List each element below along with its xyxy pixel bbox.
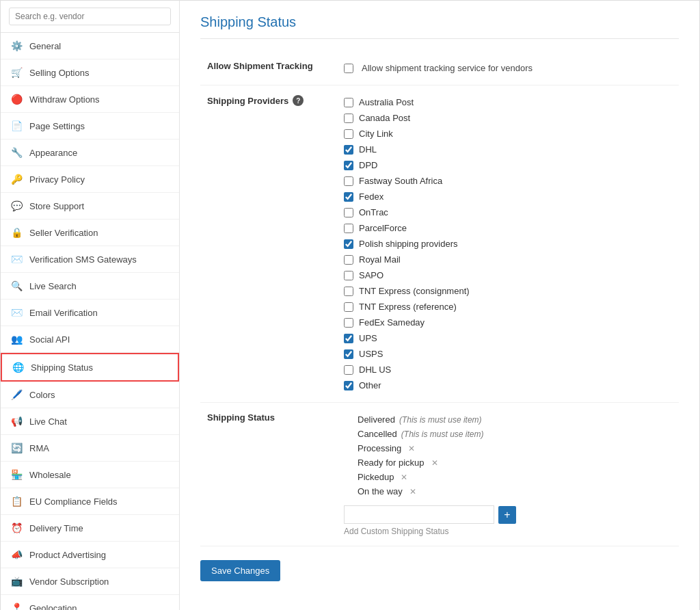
- status-list-item: Cancelled (This is must use item): [358, 427, 672, 441]
- sidebar-item-shipping-status[interactable]: 🌐 Shipping Status: [1, 353, 179, 382]
- provider-row: Fedex: [344, 189, 672, 204]
- provider-row: City Link: [344, 127, 672, 141]
- provider-name: Canada Post: [359, 113, 410, 123]
- status-list-item: Processing ✕: [358, 441, 672, 455]
- status-list-item: Pickedup ✕: [358, 470, 672, 484]
- shipping-providers-help-icon[interactable]: ?: [293, 95, 304, 106]
- settings-table: Allow Shipment Tracking Allow shipment t…: [200, 51, 679, 546]
- sidebar-item-seller-verification[interactable]: 🔒 Seller Verification: [1, 220, 179, 246]
- sidebar-item-geolocation[interactable]: 📍 Geolocation: [1, 595, 179, 610]
- sidebar-item-label: Privacy Policy: [29, 174, 85, 185]
- provider-checkbox[interactable]: [344, 239, 353, 249]
- search-icon: 🔍: [10, 280, 23, 292]
- sidebar-item-label: Email Verification: [29, 308, 98, 318]
- sidebar-item-withdraw-options[interactable]: 🔴 Withdraw Options: [1, 86, 179, 113]
- provider-checkbox[interactable]: [344, 224, 353, 233]
- provider-row: Royal Mail: [344, 252, 672, 267]
- sidebar-item-product-advertising[interactable]: 📣 Product Advertising: [1, 542, 179, 568]
- geo-icon: 📍: [10, 602, 23, 610]
- sidebar-item-label: Product Advertising: [29, 550, 106, 560]
- sidebar-item-selling-options[interactable]: 🛒 Selling Options: [1, 59, 179, 86]
- provider-name: Australia Post: [359, 97, 414, 107]
- sidebar-item-verification-sms[interactable]: ✉️ Verification SMS Gateways: [1, 246, 179, 273]
- sidebar-item-vendor-subscription[interactable]: 📺 Vendor Subscription: [1, 568, 179, 595]
- provider-checkbox[interactable]: [344, 271, 353, 280]
- provider-name: Fedex: [359, 191, 383, 202]
- sidebar-item-delivery-time[interactable]: ⏰ Delivery Time: [1, 515, 179, 542]
- provider-checkbox[interactable]: [344, 365, 353, 375]
- shipping-providers-row: Shipping Providers ? Australia Post Cana…: [200, 85, 679, 403]
- sidebar-search-input[interactable]: [9, 8, 171, 25]
- status-remove-button[interactable]: ✕: [409, 487, 416, 496]
- status-remove-button[interactable]: ✕: [431, 458, 438, 468]
- provider-checkbox[interactable]: [344, 176, 353, 186]
- provider-row: USPS: [344, 347, 672, 361]
- sidebar-item-wholesale[interactable]: 🏪 Wholesale: [1, 462, 179, 488]
- sidebar-item-page-settings[interactable]: 📄 Page Settings: [1, 113, 179, 140]
- provider-name: DHL: [359, 144, 377, 155]
- sidebar-item-colors[interactable]: 🖊️ Colors: [1, 382, 179, 408]
- status-remove-button[interactable]: ✕: [401, 473, 407, 482]
- sidebar-item-eu-compliance[interactable]: 📋 EU Compliance Fields: [1, 488, 179, 515]
- provider-checkbox[interactable]: [344, 192, 353, 202]
- sidebar-item-label: Shipping Status: [31, 362, 93, 373]
- provider-checkbox[interactable]: [344, 318, 353, 328]
- status-name: Cancelled: [358, 429, 397, 439]
- sidebar-item-label: Wholesale: [29, 470, 71, 480]
- privacy-icon: 🔑: [10, 173, 23, 185]
- provider-checkbox[interactable]: [344, 208, 353, 217]
- provider-name: Polish shipping providers: [359, 239, 458, 249]
- provider-checkbox[interactable]: [344, 255, 353, 265]
- sidebar-item-general[interactable]: ⚙️ General: [1, 33, 179, 59]
- sidebar-item-label: Page Settings: [29, 121, 85, 131]
- allow-shipment-tracking-checkbox[interactable]: [344, 64, 353, 73]
- delivery-icon: ⏰: [10, 522, 23, 534]
- status-name: On the way: [358, 486, 403, 496]
- save-changes-button[interactable]: Save Changes: [200, 560, 280, 581]
- shipping-providers-label: Shipping Providers: [207, 96, 288, 106]
- provider-checkbox[interactable]: [344, 161, 353, 170]
- providers-list: Australia Post Canada Post City Link DHL…: [344, 95, 672, 393]
- status-remove-button[interactable]: ✕: [408, 444, 415, 453]
- sidebar-item-live-search[interactable]: 🔍 Live Search: [1, 273, 179, 300]
- colors-icon: 🖊️: [10, 388, 23, 401]
- sidebar-item-store-support[interactable]: 💬 Store Support: [1, 193, 179, 220]
- provider-row: UPS: [344, 331, 672, 345]
- provider-checkbox[interactable]: [344, 145, 353, 155]
- provider-checkbox[interactable]: [344, 129, 353, 139]
- eu-icon: 📋: [10, 495, 23, 507]
- provider-checkbox[interactable]: [344, 114, 353, 123]
- provider-row: Fastway South Africa: [344, 174, 672, 188]
- sidebar-item-rma[interactable]: 🔄 RMA: [1, 435, 179, 462]
- provider-checkbox[interactable]: [344, 287, 353, 296]
- custom-status-input[interactable]: [344, 505, 494, 524]
- provider-row: TNT Express (consignment): [344, 284, 672, 298]
- status-must-label: (This is must use item): [399, 415, 482, 425]
- sidebar-item-label: General: [29, 41, 61, 51]
- provider-checkbox[interactable]: [344, 381, 353, 390]
- sidebar-item-social-api[interactable]: 👥 Social API: [1, 326, 179, 353]
- provider-row: OnTrac: [344, 205, 672, 220]
- provider-checkbox[interactable]: [344, 98, 353, 107]
- add-status-button[interactable]: +: [498, 506, 516, 524]
- provider-row: TNT Express (reference): [344, 300, 672, 314]
- provider-name: City Link: [359, 129, 393, 139]
- provider-checkbox[interactable]: [344, 349, 353, 359]
- status-name: Pickedup: [358, 472, 394, 482]
- status-must-label: (This is must use item): [401, 429, 484, 439]
- sidebar-item-label: EU Compliance Fields: [29, 496, 118, 507]
- provider-checkbox[interactable]: [344, 334, 353, 343]
- status-list-item: Delivered (This is must use item): [358, 412, 672, 427]
- provider-name: Fastway South Africa: [359, 176, 442, 186]
- allow-shipment-tracking-text: Allow shipment tracking service for vend…: [362, 63, 533, 73]
- sidebar-item-appearance[interactable]: 🔧 Appearance: [1, 140, 179, 166]
- provider-name: Other: [359, 380, 381, 390]
- sidebar-item-email-verification[interactable]: ✉️ Email Verification: [1, 300, 179, 326]
- main-content: Shipping Status Allow Shipment Tracking …: [180, 1, 699, 610]
- sidebar-item-privacy-policy[interactable]: 🔑 Privacy Policy: [1, 166, 179, 193]
- sidebar-item-live-chat[interactable]: 📢 Live Chat: [1, 408, 179, 435]
- provider-row: Canada Post: [344, 111, 672, 125]
- shipping-status-list: Delivered (This is must use item)Cancell…: [344, 412, 672, 499]
- provider-checkbox[interactable]: [344, 302, 353, 312]
- provider-row: Polish shipping providers: [344, 237, 672, 251]
